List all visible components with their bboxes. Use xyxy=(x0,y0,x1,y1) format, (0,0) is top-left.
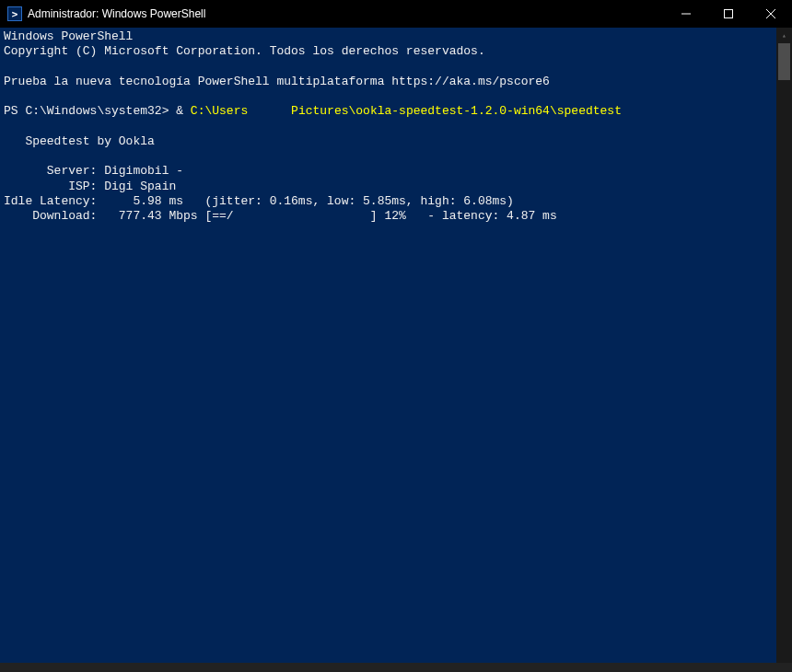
ps-header-2: Copyright (C) Microsoft Corporation. Tod… xyxy=(4,44,485,58)
scrollbar-up-arrow[interactable]: ▴ xyxy=(776,28,792,43)
pscore-hint: Prueba la nueva tecnología PowerShell mu… xyxy=(4,75,550,88)
terminal-output[interactable]: Windows PowerShell Copyright (C) Microso… xyxy=(0,28,776,672)
minimize-button[interactable] xyxy=(665,0,707,28)
command-path-1: C:\Users xyxy=(191,104,248,118)
download-line: Download: 777.43 Mbps [==/ ] 12% - laten… xyxy=(4,209,557,223)
isp-line: ISP: Digi Spain xyxy=(4,180,176,193)
window-titlebar: Administrador: Windows PowerShell xyxy=(0,0,792,28)
latency-line: Idle Latency: 5.98 ms (jitter: 0.16ms, l… xyxy=(4,194,514,208)
titlebar-left: Administrador: Windows PowerShell xyxy=(0,6,205,21)
ps-header-1: Windows PowerShell xyxy=(4,29,133,43)
window-controls xyxy=(665,0,792,28)
speedtest-title: Speedtest by Ookla xyxy=(4,134,155,148)
svg-rect-1 xyxy=(725,10,733,18)
close-button[interactable] xyxy=(750,0,792,28)
window-title: Administrador: Windows PowerShell xyxy=(28,7,205,20)
command-path-2: Pictures\ookla-speedtest-1.2.0-win64\spe… xyxy=(291,104,622,118)
vertical-scrollbar[interactable]: ▴ ▾ xyxy=(776,28,792,672)
scrollbar-thumb[interactable] xyxy=(778,43,790,80)
scrollbar-track[interactable] xyxy=(776,43,792,656)
prompt-prefix: PS C:\Windows\system32> & xyxy=(4,104,191,118)
server-line: Server: Digimobil - xyxy=(4,164,183,178)
taskbar-edge xyxy=(0,663,792,672)
terminal-wrapper: Windows PowerShell Copyright (C) Microso… xyxy=(0,28,792,672)
powershell-icon xyxy=(7,6,22,21)
maximize-button[interactable] xyxy=(707,0,750,28)
command-gap xyxy=(248,104,291,118)
